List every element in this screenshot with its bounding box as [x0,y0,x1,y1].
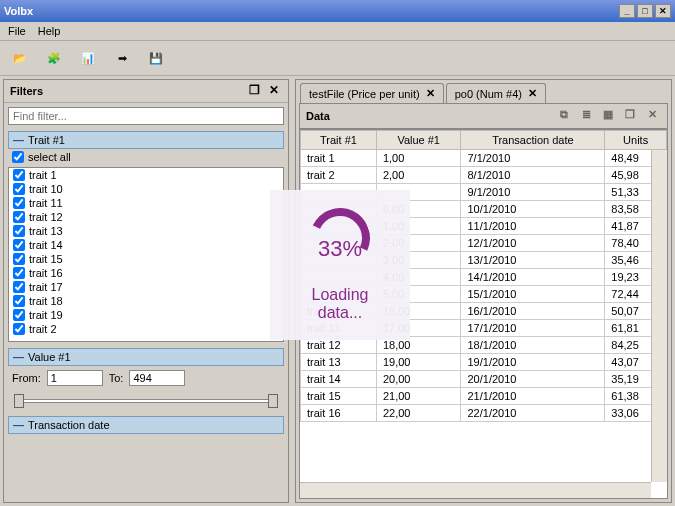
trait-item[interactable]: trait 11 [9,196,283,210]
column-header[interactable]: Value #1 [376,131,461,150]
select-all-row[interactable]: select all [8,149,284,165]
slider-thumb-high[interactable] [268,394,278,408]
title-bar: Volbx _ □ ✕ [0,0,675,22]
menu-bar: File Help [0,22,675,41]
filters-panel: Filters ❐ ✕ —Trait #1 select all trait 1… [3,79,289,503]
save-button[interactable]: 💾 [142,45,170,71]
trait-checkbox[interactable] [13,197,25,209]
trait-checkbox[interactable] [13,183,25,195]
tree-icon: 🧩 [47,52,61,65]
trait-item[interactable]: trait 2 [9,322,283,336]
maximize-button[interactable]: □ [637,4,653,18]
from-label: From: [12,372,41,384]
trait-checkbox[interactable] [13,239,25,251]
table-row[interactable]: trait 11,007/1/201048,49 [301,150,667,167]
copy-icon[interactable]: ⧉ [555,108,573,124]
trait-item[interactable]: trait 16 [9,266,283,280]
trait-item[interactable]: trait 14 [9,238,283,252]
trait-section-header[interactable]: —Trait #1 [8,131,284,149]
tool-button-2[interactable]: 🧩 [40,45,68,71]
loading-overlay: 33% Loadingdata... [270,190,410,340]
value-section-header[interactable]: —Value #1 [8,348,284,366]
trait-checkbox[interactable] [13,295,25,307]
arrow-right-icon: ➡ [118,52,127,65]
menu-help[interactable]: Help [38,25,61,37]
table-row[interactable]: trait 1319,0019/1/201043,07 [301,354,667,371]
trait-checkbox[interactable] [13,323,25,335]
table-row[interactable]: trait 1420,0020/1/201035,19 [301,371,667,388]
grid-icon[interactable]: ▦ [599,108,617,124]
trait-checkbox[interactable] [13,169,25,181]
from-input[interactable] [47,370,103,386]
range-slider[interactable] [14,392,278,410]
open-folder-button[interactable]: 📂 [6,45,34,71]
column-header[interactable]: Units [605,131,667,150]
trait-checkbox[interactable] [13,267,25,279]
column-header[interactable]: Trait #1 [301,131,377,150]
table-row[interactable]: trait 1521,0021/1/201061,38 [301,388,667,405]
menu-file[interactable]: File [8,25,26,37]
loading-text: Loadingdata... [312,286,369,322]
restore-icon[interactable]: ❐ [621,108,639,124]
trait-checkbox[interactable] [13,309,25,321]
vertical-scrollbar[interactable] [651,150,667,482]
save-icon: 💾 [149,52,163,65]
slider-thumb-low[interactable] [14,394,24,408]
trait-item[interactable]: trait 15 [9,252,283,266]
horizontal-scrollbar[interactable] [300,482,651,498]
trait-item[interactable]: trait 12 [9,210,283,224]
select-all-checkbox[interactable] [12,151,24,163]
tab-1[interactable]: po0 (Num #4)✕ [446,83,546,103]
restore-icon[interactable]: ❐ [246,83,262,99]
trait-item[interactable]: trait 13 [9,224,283,238]
trait-item[interactable]: trait 10 [9,182,283,196]
folder-icon: 📂 [13,52,27,65]
trait-checkbox[interactable] [13,253,25,265]
table-row[interactable]: trait 22,008/1/201045,98 [301,167,667,184]
toolbar: 📂 🧩 📊 ➡ 💾 [0,41,675,76]
close-icon[interactable]: ✕ [426,87,435,100]
data-title: Data [306,110,330,122]
trait-checkbox[interactable] [13,211,25,223]
close-icon[interactable]: ✕ [266,83,282,99]
minimize-button[interactable]: _ [619,4,635,18]
trait-item[interactable]: trait 19 [9,308,283,322]
chart-button[interactable]: 📊 [74,45,102,71]
tab-bar: testFile (Price per unit)✕ po0 (Num #4)✕ [296,80,671,103]
txn-section-header[interactable]: —Transaction date [8,416,284,434]
table-row[interactable]: trait 1622,0022/1/201033,06 [301,405,667,422]
to-input[interactable] [129,370,185,386]
bar-chart-icon: 📊 [81,52,95,65]
list-icon[interactable]: ≣ [577,108,595,124]
to-label: To: [109,372,124,384]
close-icon[interactable]: ✕ [528,87,537,100]
export-button[interactable]: ➡ [108,45,136,71]
trait-item[interactable]: trait 17 [9,280,283,294]
close-button[interactable]: ✕ [655,4,671,18]
trait-item[interactable]: trait 1 [9,168,283,182]
trait-checkbox[interactable] [13,281,25,293]
trait-checklist[interactable]: trait 1trait 10trait 11trait 12trait 13t… [8,167,284,342]
tab-0[interactable]: testFile (Price per unit)✕ [300,83,444,103]
trait-checkbox[interactable] [13,225,25,237]
progress-percent: 33% [318,236,362,262]
find-filter-input[interactable] [8,107,284,125]
close-icon[interactable]: ✕ [643,108,661,124]
filters-title: Filters [10,85,43,97]
trait-item[interactable]: trait 18 [9,294,283,308]
column-header[interactable]: Transaction date [461,131,605,150]
window-title: Volbx [4,5,617,17]
